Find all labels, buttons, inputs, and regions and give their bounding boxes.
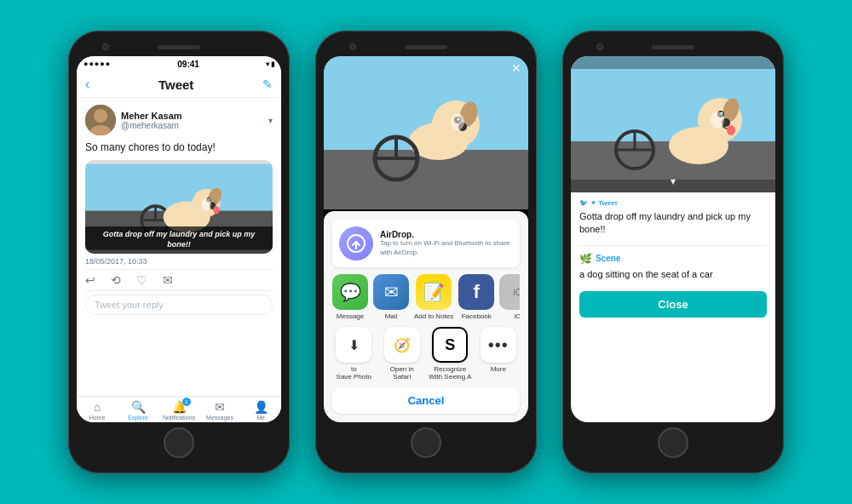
tweet-actions[interactable]: ↩ ⟲ ♡ ✉ [85,269,273,291]
speaker [158,45,200,49]
more-icon: ••• [481,327,516,363]
like-icon[interactable]: ♡ [136,273,147,287]
airdrop-option[interactable]: AirDrop. Tap to turn on Wi-Fi and Blueto… [332,220,520,267]
nav-notifications[interactable]: 🔔3 Notifications [158,397,199,422]
tweet-user-row: Meher Kasam @meherkasam ▾ [85,105,273,135]
nav-me[interactable]: 👤 Me [240,397,281,422]
svg-point-15 [213,206,219,214]
phone-1-screen: ●●●●● 09:41 ▾ ▮ ‹ Tweet ✎ [77,56,281,422]
save-photo-icon: ⬇ [336,327,371,363]
twitter-bird-icon: 🐦 [579,199,588,207]
retweet-icon[interactable]: ⟲ [111,273,121,287]
notifications-icon: 🔔3 [172,400,187,414]
battery-icon: ▮ [271,60,274,68]
divider [579,245,767,246]
scene-label: 🌿 Scene [579,253,767,265]
scene-description: a dog sitting on the seat of a car [579,268,767,281]
notes-label: Add to Notes [414,312,453,320]
facebook-icon: f [458,274,494,310]
nav-home-label: Home [89,415,106,421]
nav-messages-label: Messages [206,415,233,421]
background-image: ✕ [324,56,528,209]
result-image: ▾ [571,56,775,192]
tweet-timestamp: 18/05/2017, 10:33 [85,257,273,266]
share-sheet: AirDrop. Tap to turn on Wi-Fi and Blueto… [324,211,528,422]
nav-messages[interactable]: ✉ Messages [199,397,240,422]
seeing-ai-icon: S [432,327,468,363]
scene-icon: 🌿 [579,253,592,265]
facebook-label: Facebook [462,312,492,320]
save-photo-label: toSave Photo [337,365,371,381]
svg-point-25 [451,113,464,130]
share-app-ic[interactable]: iC iC [499,274,520,320]
tweet-text: So many chores to do today! [85,140,273,155]
nav-explore[interactable]: 🔍 Explore [118,397,158,422]
safari-label: Open inSafari [390,365,414,381]
profile-icon: 👤 [254,400,268,414]
phone-3: ▾ 🐦 ✦ Tweet Gotta drop off my laundry an… [562,31,784,473]
home-icon: ⌂ [94,400,101,414]
status-bar: ●●●●● 09:41 ▾ ▮ [77,56,281,72]
front-camera-3 [596,43,603,50]
svg-rect-44 [571,56,775,69]
open-safari-action[interactable]: 🧭 Open inSafari [381,327,424,381]
tweet-result-text: Gotta drop off my laundry and pick up my… [579,210,767,237]
close-button[interactable]: Close [579,291,767,318]
seeing-ai-label: RecognizeWith Seeing A [429,365,471,381]
reply-input[interactable]: Tweet your reply [85,295,273,315]
phone-1: ●●●●● 09:41 ▾ ▮ ‹ Tweet ✎ [68,31,290,473]
share-app-facebook[interactable]: f Facebook [458,274,494,320]
airdrop-text: AirDrop. Tap to turn on Wi-Fi and Blueto… [380,230,513,257]
home-button-3[interactable] [658,427,688,458]
time-display: 09:41 [177,60,199,69]
ic-icon: iC [499,274,520,310]
front-camera [102,43,109,50]
avatar [85,105,116,135]
notes-icon: 📝 [416,274,452,310]
signal-icon: ●●●●● [83,60,111,68]
back-button[interactable]: ‹ [85,77,89,92]
compose-button[interactable]: ✎ [262,77,273,91]
phone-2-screen: ✕ AirDrop. Tap to turn on Wi-Fi a [324,56,528,422]
tweet-label: 🐦 ✦ Tweet [579,199,767,207]
message-label: Message [337,312,364,320]
airdrop-icon [339,226,373,261]
wifi-icon: ▾ [266,60,269,68]
reply-icon[interactable]: ↩ [85,273,95,287]
right-status-icons: ▾ ▮ [266,60,274,68]
share-app-notes[interactable]: 📝 Add to Notes [414,274,453,320]
seeing-ai-action[interactable]: S RecognizeWith Seeing A [429,327,472,381]
user-name: Meher Kasam [121,111,182,121]
save-photo-action[interactable]: ⬇ toSave Photo [332,327,376,381]
speaker-3 [652,45,694,49]
result-content: 🐦 ✦ Tweet Gotta drop off my laundry and … [571,192,775,422]
twitter-nav: ⌂ Home 🔍 Explore 🔔3 Notifications ✉ Mess… [77,396,281,422]
share-app-message[interactable]: 💬 Message [332,274,368,320]
expand-chevron: ▾ [671,175,676,187]
tweet-image[interactable]: Gotta drop off my laundry and pick up my… [85,160,273,254]
twitter-header: ‹ Tweet ✎ [77,72,281,98]
speaker-2 [405,45,447,49]
mail-label: Mail [385,312,398,320]
svg-rect-18 [324,150,528,209]
more-action[interactable]: ••• More [477,327,521,381]
svg-point-1 [94,109,107,123]
airdrop-description: Tap to turn on Wi-Fi and Bluetooth to sh… [380,239,513,257]
share-actions-row: ⬇ toSave Photo 🧭 Open inSafari S Recogni… [332,327,520,381]
cancel-button[interactable]: Cancel [332,387,520,414]
home-button-2[interactable] [411,427,441,458]
airdrop-title: AirDrop. [380,230,513,239]
share-apps-row: 💬 Message ✉ Mail 📝 Add to Notes f Facebo… [332,274,520,320]
dm-icon[interactable]: ✉ [163,273,173,287]
nav-explore-label: Explore [128,415,148,421]
user-handle: @meherkasam [121,121,182,130]
more-label: More [491,365,506,373]
message-icon: 💬 [332,274,368,310]
home-button[interactable] [164,427,194,458]
share-app-mail[interactable]: ✉ Mail [373,274,409,320]
nav-home[interactable]: ⌂ Home [77,397,118,422]
mail-icon: ✉ [373,274,409,310]
phone-3-screen: ▾ 🐦 ✦ Tweet Gotta drop off my laundry an… [571,56,775,422]
tweet-user-info: Meher Kasam @meherkasam [121,111,182,130]
close-button[interactable]: ✕ [511,61,521,75]
